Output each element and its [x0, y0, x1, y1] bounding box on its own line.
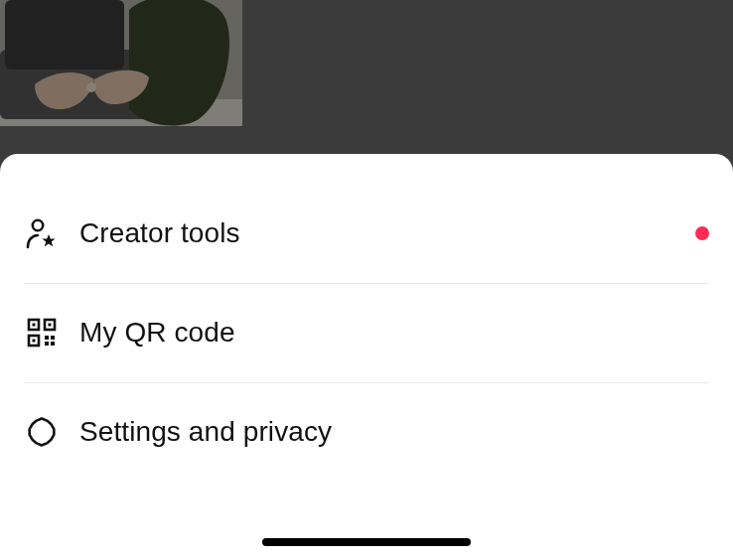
menu-item-qr-code[interactable]: My QR code — [0, 283, 733, 382]
menu-item-label: Settings and privacy — [79, 416, 332, 448]
svg-rect-13 — [51, 336, 55, 340]
settings-icon — [24, 414, 60, 450]
menu-item-creator-tools[interactable]: Creator tools — [0, 184, 733, 283]
home-indicator[interactable] — [262, 538, 471, 546]
svg-rect-15 — [51, 342, 55, 346]
svg-rect-14 — [45, 342, 49, 346]
notification-dot — [695, 226, 709, 240]
menu-item-label: Creator tools — [79, 217, 240, 249]
qr-code-icon — [24, 315, 60, 350]
svg-rect-9 — [33, 324, 36, 327]
svg-rect-10 — [49, 324, 52, 327]
app-viewport: Creator tools — [0, 0, 733, 560]
menu-item-label: My QR code — [79, 317, 235, 349]
action-sheet: Creator tools — [0, 154, 733, 560]
menu-list: Creator tools — [0, 184, 733, 482]
svg-rect-12 — [45, 336, 49, 340]
creator-tools-icon — [24, 215, 60, 251]
svg-point-5 — [33, 220, 43, 230]
svg-rect-11 — [33, 340, 36, 343]
menu-item-settings[interactable]: Settings and privacy — [0, 382, 733, 482]
